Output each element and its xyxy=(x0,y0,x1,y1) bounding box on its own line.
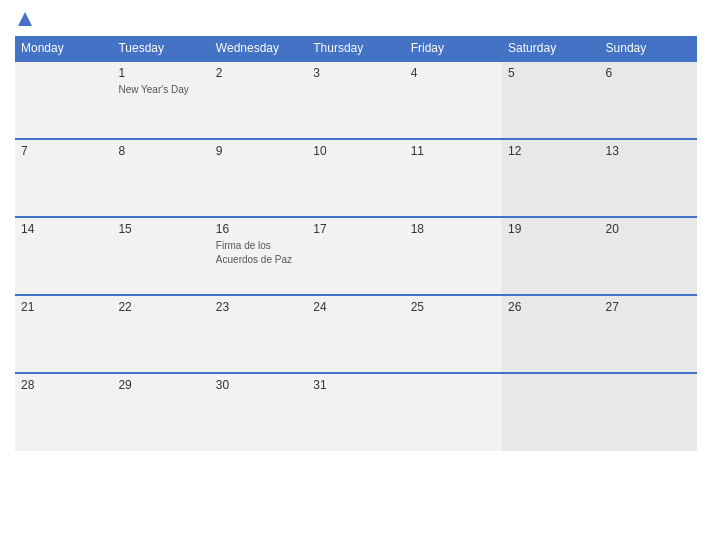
day-number: 20 xyxy=(606,222,691,236)
day-number: 28 xyxy=(21,378,106,392)
day-cell: 31 xyxy=(307,373,404,451)
day-number: 14 xyxy=(21,222,106,236)
calendar-container: MondayTuesdayWednesdayThursdayFridaySatu… xyxy=(0,0,712,550)
weekday-tuesday: Tuesday xyxy=(112,36,209,61)
day-cell: 19 xyxy=(502,217,599,295)
week-row-4: 21222324252627 xyxy=(15,295,697,373)
day-number: 9 xyxy=(216,144,301,158)
week-row-1: 1New Year's Day23456 xyxy=(15,61,697,139)
day-number: 13 xyxy=(606,144,691,158)
day-number: 15 xyxy=(118,222,203,236)
day-cell: 20 xyxy=(600,217,697,295)
day-number: 5 xyxy=(508,66,593,80)
day-number: 16 xyxy=(216,222,301,236)
day-number: 7 xyxy=(21,144,106,158)
weekday-wednesday: Wednesday xyxy=(210,36,307,61)
day-number: 23 xyxy=(216,300,301,314)
week-row-5: 28293031 xyxy=(15,373,697,451)
day-cell xyxy=(502,373,599,451)
day-cell: 21 xyxy=(15,295,112,373)
day-cell: 22 xyxy=(112,295,209,373)
weekday-header-row: MondayTuesdayWednesdayThursdayFridaySatu… xyxy=(15,36,697,61)
day-cell xyxy=(600,373,697,451)
day-cell: 24 xyxy=(307,295,404,373)
day-cell: 26 xyxy=(502,295,599,373)
day-cell xyxy=(405,373,502,451)
day-number: 11 xyxy=(411,144,496,158)
day-number: 4 xyxy=(411,66,496,80)
day-number: 1 xyxy=(118,66,203,80)
weekday-thursday: Thursday xyxy=(307,36,404,61)
day-cell: 4 xyxy=(405,61,502,139)
day-number: 8 xyxy=(118,144,203,158)
weekday-saturday: Saturday xyxy=(502,36,599,61)
day-number: 19 xyxy=(508,222,593,236)
week-row-3: 141516Firma de los Acuerdos de Paz171819… xyxy=(15,217,697,295)
event-text: Firma de los Acuerdos de Paz xyxy=(216,240,292,265)
calendar-table: MondayTuesdayWednesdayThursdayFridaySatu… xyxy=(15,36,697,451)
day-cell: 11 xyxy=(405,139,502,217)
day-number: 12 xyxy=(508,144,593,158)
svg-marker-0 xyxy=(18,12,32,26)
day-number: 6 xyxy=(606,66,691,80)
day-cell: 30 xyxy=(210,373,307,451)
day-cell: 2 xyxy=(210,61,307,139)
weekday-monday: Monday xyxy=(15,36,112,61)
day-cell xyxy=(15,61,112,139)
day-cell: 1New Year's Day xyxy=(112,61,209,139)
day-number: 29 xyxy=(118,378,203,392)
day-cell: 25 xyxy=(405,295,502,373)
day-cell: 14 xyxy=(15,217,112,295)
day-cell: 15 xyxy=(112,217,209,295)
day-cell: 18 xyxy=(405,217,502,295)
day-number: 27 xyxy=(606,300,691,314)
day-number: 26 xyxy=(508,300,593,314)
weekday-sunday: Sunday xyxy=(600,36,697,61)
calendar-header xyxy=(15,10,697,28)
day-number: 31 xyxy=(313,378,398,392)
day-cell: 17 xyxy=(307,217,404,295)
day-cell: 13 xyxy=(600,139,697,217)
day-cell: 3 xyxy=(307,61,404,139)
day-cell: 7 xyxy=(15,139,112,217)
day-cell: 9 xyxy=(210,139,307,217)
day-number: 24 xyxy=(313,300,398,314)
day-number: 30 xyxy=(216,378,301,392)
day-cell: 16Firma de los Acuerdos de Paz xyxy=(210,217,307,295)
logo-icon xyxy=(16,10,34,28)
day-cell: 5 xyxy=(502,61,599,139)
day-number: 17 xyxy=(313,222,398,236)
week-row-2: 78910111213 xyxy=(15,139,697,217)
day-number: 25 xyxy=(411,300,496,314)
day-number: 18 xyxy=(411,222,496,236)
event-text: New Year's Day xyxy=(118,84,188,95)
day-cell: 28 xyxy=(15,373,112,451)
day-number: 21 xyxy=(21,300,106,314)
day-cell: 29 xyxy=(112,373,209,451)
day-cell: 6 xyxy=(600,61,697,139)
day-cell: 12 xyxy=(502,139,599,217)
weekday-friday: Friday xyxy=(405,36,502,61)
logo xyxy=(15,10,35,28)
day-number: 10 xyxy=(313,144,398,158)
day-number: 3 xyxy=(313,66,398,80)
day-cell: 10 xyxy=(307,139,404,217)
day-number: 2 xyxy=(216,66,301,80)
day-cell: 27 xyxy=(600,295,697,373)
day-cell: 23 xyxy=(210,295,307,373)
day-number: 22 xyxy=(118,300,203,314)
day-cell: 8 xyxy=(112,139,209,217)
